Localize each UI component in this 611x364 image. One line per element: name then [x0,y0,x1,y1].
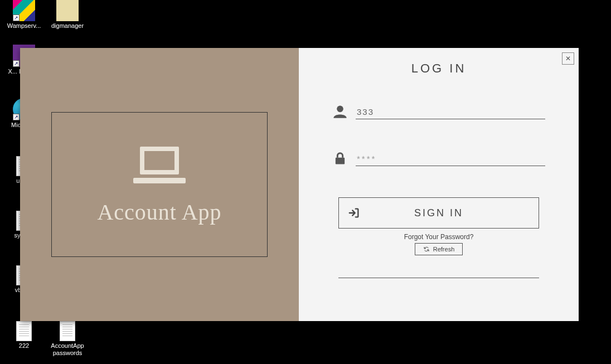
divider-line [338,278,539,278]
desktop-icon-label: 222 [3,342,45,350]
svg-rect-1 [144,151,174,170]
textfile-icon [16,321,32,341]
wamp-icon: ↗ [13,0,35,21]
user-icon [332,104,348,119]
forgot-password-link[interactable]: Forgot Your Password? [316,233,562,241]
desktop-icon-label: digmanager [47,22,88,30]
brand-pane: Account App [20,48,299,321]
folder-icon [56,0,79,21]
username-input[interactable] [356,105,545,119]
brand-title: Account App [97,199,221,225]
username-row [332,104,545,119]
svg-point-3 [337,106,343,113]
svg-rect-2 [133,178,186,183]
refresh-icon [423,246,430,253]
desktop-icon-digmanager[interactable]: digmanager [47,0,88,30]
password-row [332,151,545,166]
signin-button[interactable]: SIGN IN [338,197,539,229]
textfile-icon [60,321,75,341]
close-button[interactable]: ✕ [562,52,574,65]
login-title: LOG IN [316,61,562,76]
lock-icon [332,151,348,166]
desktop-icon-label: Wampserv... [3,22,45,30]
refresh-label: Refresh [433,246,455,253]
enter-icon [348,207,360,219]
refresh-button[interactable]: Refresh [415,243,463,255]
desktop-icon-accountapp-passwords[interactable]: AccountApp passwords [47,321,88,357]
desktop-icon-label: AccountApp passwords [47,342,88,357]
close-icon: ✕ [565,55,571,62]
desktop-icon-wampserver[interactable]: ↗ Wampserv... [3,0,45,30]
desktop-icon-222[interactable]: 222 [3,321,45,350]
brand-box: Account App [51,112,268,257]
signin-label: SIGN IN [339,207,539,219]
password-input[interactable] [356,152,545,166]
laptop-icon [129,144,190,189]
login-form-pane: ✕ LOG IN SIGN IN Forgot Your Passwor [299,48,579,321]
login-window: Account App ✕ LOG IN S [20,48,579,321]
svg-rect-4 [336,158,345,164]
